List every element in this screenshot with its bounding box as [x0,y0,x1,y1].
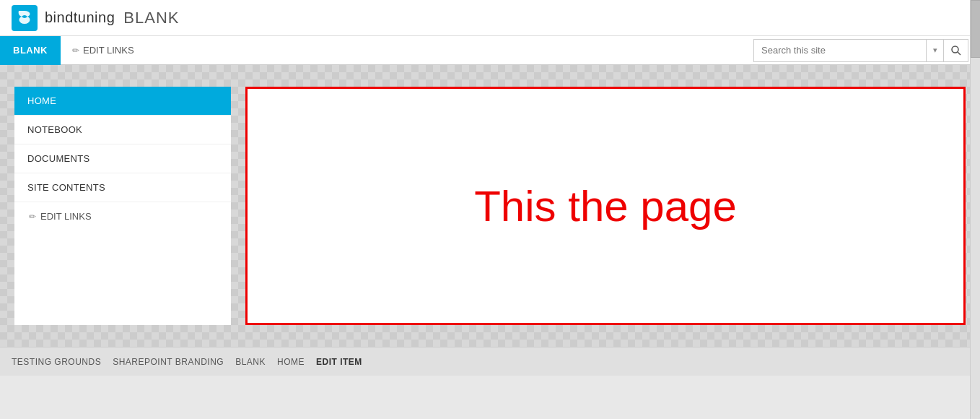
svg-line-2 [958,52,961,55]
scrollbar-track[interactable] [970,0,980,419]
search-area: ▾ [753,39,968,62]
search-dropdown-button[interactable]: ▾ [927,39,944,62]
sidebar-edit-links-label: EDIT LINKS [40,211,92,222]
site-title: BLANK [123,9,179,27]
sidebar-edit-links[interactable]: ✏ EDIT LINKS [14,202,231,230]
sidebar-item-notebook-label: NOTEBOOK [27,124,82,135]
top-header: bindtuning BLANK [0,0,980,36]
sidebar-item-home[interactable]: HOME [14,87,231,116]
sidebar-item-notebook[interactable]: NOTEBOOK [14,116,231,144]
sidebar-item-documents[interactable]: DOCUMENTS [14,144,231,173]
breadcrumb-home[interactable]: HOME [277,357,305,367]
nav-bar: BLANK ✏ EDIT LINKS ▾ [0,36,980,65]
search-icon [950,45,962,56]
logo-area: bindtuning [12,5,115,31]
pencil-icon: ✏ [72,46,79,56]
sidebar-item-site-contents[interactable]: SITE CONTENTS [14,173,231,202]
edit-links-nav[interactable]: ✏ EDIT LINKS [72,45,134,56]
footer-breadcrumb-bar: TESTING GROUNDS SHAREPOINT BRANDING BLAN… [0,347,980,376]
breadcrumb-edit-item[interactable]: EDIT ITEM [316,357,362,367]
breadcrumb-sharepoint-branding[interactable]: SHAREPOINT BRANDING [113,357,224,367]
sidebar-item-documents-label: DOCUMENTS [27,153,89,164]
scrollbar-thumb[interactable] [971,0,980,58]
bindtuning-logo-icon [12,5,38,31]
page-main-text: This the page [474,181,737,231]
chevron-down-icon: ▾ [933,46,937,55]
breadcrumb-blank[interactable]: BLANK [235,357,266,367]
sidebar-item-home-label: HOME [27,95,56,106]
sidebar-pencil-icon: ✏ [29,212,36,222]
main-bg: HOME NOTEBOOK DOCUMENTS SITE CONTENTS ✏ … [0,65,980,347]
sidebar: HOME NOTEBOOK DOCUMENTS SITE CONTENTS ✏ … [14,87,231,325]
search-button[interactable] [944,39,968,62]
breadcrumb-testing-grounds[interactable]: TESTING GROUNDS [12,357,101,367]
svg-point-1 [952,46,958,53]
sidebar-item-site-contents-label: SITE CONTENTS [27,182,105,193]
logo-text: bindtuning [45,9,115,26]
blank-nav-button[interactable]: BLANK [0,36,61,65]
search-input[interactable] [753,39,927,62]
edit-links-nav-label: EDIT LINKS [83,45,134,56]
main-content-area: This the page [245,87,966,325]
